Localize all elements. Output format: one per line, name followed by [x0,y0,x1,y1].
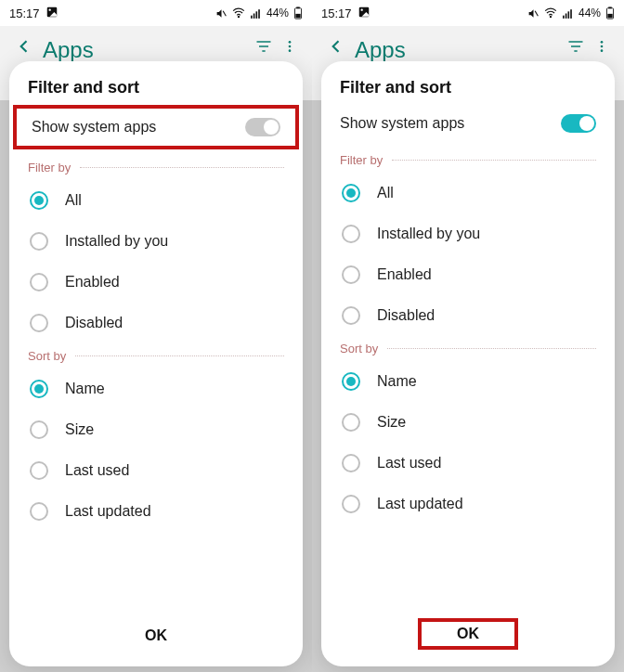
radio-icon [30,273,48,291]
battery-icon [605,6,615,19]
svg-rect-9 [296,6,300,8]
svg-rect-5 [254,13,255,18]
signal-icon [250,7,262,19]
svg-point-15 [360,8,362,10]
sheet-title: Filter and sort [321,78,615,105]
wifi-icon [544,6,557,19]
sort-option-size[interactable]: Size [321,402,615,443]
radio-icon [342,225,360,243]
show-system-apps-toggle[interactable] [245,118,280,136]
svg-rect-18 [563,15,565,18]
svg-rect-23 [608,6,612,8]
svg-rect-10 [295,14,300,18]
status-time: 15:17 [321,6,352,20]
show-system-apps-row[interactable]: Show system apps [13,105,299,149]
filter-by-header: Filter by [9,155,303,180]
svg-rect-20 [567,11,569,19]
radio-icon [30,502,48,521]
svg-rect-21 [570,9,572,19]
ok-row: OK [321,605,615,666]
filter-option-all[interactable]: All [9,180,303,221]
status-battery: 44% [578,6,601,19]
mute-icon [527,7,540,19]
more-icon[interactable] [282,37,297,59]
filter-option-installed[interactable]: Installed by you [9,221,303,262]
radio-icon [30,380,48,398]
filter-option-disabled[interactable]: Disabled [321,295,615,336]
filter-option-enabled[interactable]: Enabled [321,254,615,295]
sort-option-lastused[interactable]: Last used [321,443,615,484]
svg-line-16 [535,10,538,15]
ok-button[interactable]: OK [418,618,518,650]
svg-point-1 [48,8,50,10]
radio-icon [342,454,360,472]
sheet-title: Filter and sort [9,78,303,105]
sort-option-lastupdated[interactable]: Last updated [321,484,615,524]
svg-point-13 [289,49,292,52]
signal-icon [562,7,574,19]
more-icon[interactable] [594,37,609,59]
filter-option-all[interactable]: All [321,173,615,213]
filter-option-installed[interactable]: Installed by you [321,213,615,254]
toggle-label: Show system apps [340,115,464,132]
wifi-icon [232,6,245,19]
svg-rect-7 [258,9,260,19]
radio-icon [342,413,360,432]
radio-icon [30,191,48,210]
svg-rect-4 [251,15,253,18]
status-bar: 15:17 44% [0,0,312,26]
svg-rect-24 [607,14,612,18]
svg-rect-6 [255,11,257,19]
radio-icon [30,461,48,480]
svg-point-11 [289,41,292,44]
mute-icon [215,7,228,19]
sort-option-size[interactable]: Size [9,409,303,450]
filter-option-enabled[interactable]: Enabled [9,262,303,303]
sort-by-header: Sort by [9,343,303,368]
sort-option-name[interactable]: Name [321,361,615,402]
sort-option-name[interactable]: Name [9,368,303,409]
radio-icon [342,306,360,325]
radio-icon [30,314,48,332]
radio-icon [342,265,360,284]
back-icon[interactable] [15,37,33,59]
svg-point-26 [601,45,604,48]
radio-icon [342,495,360,513]
show-system-apps-toggle[interactable] [561,114,596,133]
back-icon[interactable] [327,37,345,59]
sort-option-lastused[interactable]: Last used [9,450,303,491]
filter-by-header: Filter by [321,148,615,173]
svg-rect-19 [566,13,567,18]
show-system-apps-row[interactable]: Show system apps [325,105,611,142]
sort-icon[interactable] [566,37,585,59]
radio-icon [30,420,48,439]
ok-row: OK [9,609,303,666]
image-icon [358,6,370,21]
svg-point-27 [601,49,604,52]
svg-point-25 [601,41,604,44]
status-bar: 15:17 44% [312,0,624,26]
svg-point-3 [238,17,239,18]
svg-point-12 [289,45,292,48]
radio-icon [342,372,360,391]
radio-icon [342,184,360,202]
phone-right: 15:17 44% Apps Filter and sort Show syst… [312,0,624,672]
ok-button[interactable]: OK [108,622,204,650]
filter-option-disabled[interactable]: Disabled [9,303,303,343]
sort-option-lastupdated[interactable]: Last updated [9,491,303,532]
toggle-label: Show system apps [32,119,156,136]
phone-left: 15:17 44% Apps Filter and sort Show syst… [0,0,312,672]
status-time: 15:17 [9,6,40,20]
filter-sort-sheet: Filter and sort Show system apps Filter … [9,61,303,666]
page-title: Apps [355,37,557,63]
battery-icon [293,6,303,19]
svg-point-17 [550,17,551,18]
svg-line-2 [223,10,226,15]
page-title: Apps [43,37,245,63]
sort-by-header: Sort by [321,336,615,361]
filter-sort-sheet: Filter and sort Show system apps Filter … [321,61,615,666]
image-icon [46,6,58,21]
status-battery: 44% [266,6,289,19]
radio-icon [30,232,48,251]
sort-icon[interactable] [254,37,273,59]
